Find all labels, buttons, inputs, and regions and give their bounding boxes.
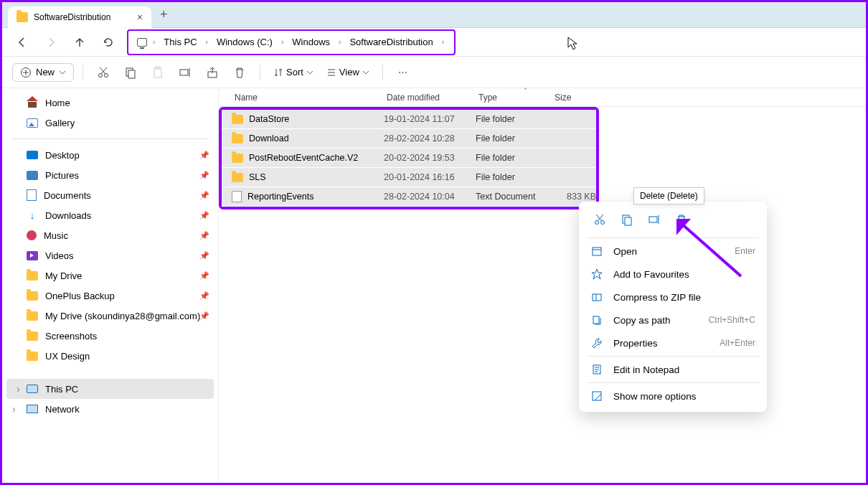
file-row[interactable]: PostRebootEventCache.V220-02-2024 19:53F…: [222, 149, 596, 168]
file-row[interactable]: Download28-02-2024 10:28File folder: [222, 129, 596, 149]
sidebar-item-mydrive-account[interactable]: My Drive (skoundinya28@gmail.com)📌: [2, 306, 218, 326]
close-tab-icon[interactable]: ×: [137, 11, 143, 23]
file-selection-highlight: DataStore19-01-2024 11:07File folderDown…: [219, 107, 599, 209]
file-type: File folder: [476, 172, 552, 182]
forward-button[interactable]: [41, 32, 61, 52]
new-button[interactable]: New: [12, 63, 74, 82]
breadcrumb-item[interactable]: Windows (C:): [212, 35, 277, 49]
chevron-right-icon[interactable]: ›: [151, 38, 156, 46]
sidebar-item-music[interactable]: Music📌: [2, 225, 218, 245]
pc-icon: [27, 385, 38, 393]
share-button[interactable]: [201, 61, 224, 84]
folder-icon: [27, 352, 38, 361]
sidebar-item-documents[interactable]: Documents📌: [2, 185, 218, 205]
ctx-copy-path[interactable]: Copy as pathCtrl+Shift+C: [583, 309, 763, 331]
file-name: ReportingEvents: [247, 192, 313, 202]
sidebar-item-pictures[interactable]: Pictures📌: [2, 165, 218, 185]
svg-rect-18: [593, 392, 601, 400]
paste-button[interactable]: [146, 61, 169, 84]
svg-rect-16: [593, 316, 599, 324]
svg-point-1: [99, 73, 103, 77]
ctx-show-more[interactable]: Show more options: [583, 385, 763, 408]
svg-point-10: [601, 221, 605, 225]
folder-icon: [16, 12, 28, 22]
cut-button[interactable]: [92, 61, 115, 84]
sidebar-item-network[interactable]: Network: [2, 399, 218, 419]
sort-icon: [273, 67, 283, 77]
sidebar-item-oneplus[interactable]: OnePlus Backup📌: [2, 286, 218, 306]
ctx-copy-button[interactable]: [615, 209, 639, 230]
music-icon: [27, 230, 37, 240]
ctx-open[interactable]: OpenEnter: [583, 240, 763, 263]
ctx-edit-notepad[interactable]: Edit in Notepad: [583, 358, 763, 381]
chevron-right-icon[interactable]: ›: [204, 38, 209, 46]
rename-button[interactable]: [174, 61, 197, 84]
svg-rect-5: [154, 68, 161, 77]
breadcrumb-item[interactable]: SoftwareDistribution: [345, 35, 437, 49]
folder-icon: [232, 173, 243, 182]
svg-rect-14: [593, 248, 601, 255]
svg-rect-7: [180, 70, 188, 75]
file-row[interactable]: ReportingEvents28-02-2024 10:04Text Docu…: [222, 187, 596, 207]
pc-icon: [137, 38, 147, 47]
new-tab-button[interactable]: +: [160, 7, 168, 22]
up-button[interactable]: [70, 32, 90, 52]
column-header-name[interactable]: Name: [225, 93, 387, 103]
pin-icon: 📌: [199, 191, 209, 200]
view-button[interactable]: View: [322, 64, 374, 80]
sort-button[interactable]: Sort: [269, 64, 318, 80]
sidebar-item-thispc[interactable]: This PC: [6, 379, 214, 399]
breadcrumb-item[interactable]: Windows: [288, 35, 334, 49]
ctx-compress-zip[interactable]: Compress to ZIP file: [583, 286, 763, 309]
current-tab[interactable]: SoftwareDistribution ×: [8, 6, 151, 28]
breadcrumb-item[interactable]: This PC: [159, 35, 201, 49]
file-type: File folder: [476, 153, 552, 163]
sidebar-item-home[interactable]: Home: [2, 93, 218, 113]
ctx-cut-button[interactable]: [588, 209, 612, 230]
sidebar-item-screenshots[interactable]: Screenshots: [2, 326, 218, 346]
chevron-right-icon[interactable]: ›: [280, 38, 285, 46]
chevron-down-icon: [59, 69, 66, 76]
chevron-right-icon[interactable]: ›: [440, 38, 445, 46]
column-header-size[interactable]: Size: [555, 93, 605, 103]
sidebar-item-uxdesign[interactable]: UX Design: [2, 346, 218, 366]
sidebar-item-downloads[interactable]: ↓Downloads📌: [2, 205, 218, 225]
plus-circle-icon: [20, 67, 32, 78]
svg-rect-4: [128, 70, 135, 78]
file-name: PostRebootEventCache.V2: [249, 153, 358, 163]
chevron-down-icon: [362, 69, 369, 76]
network-icon: [27, 405, 38, 413]
column-header-date[interactable]: Date modified: [387, 93, 478, 103]
back-button[interactable]: [12, 32, 32, 52]
address-bar[interactable]: › This PC › Windows (C:) › Windows › Sof…: [131, 32, 451, 53]
file-row[interactable]: SLS20-01-2024 16:16File folder: [222, 168, 596, 187]
delete-tooltip: Delete (Delete): [633, 187, 704, 204]
svg-point-2: [105, 73, 108, 77]
star-icon: [590, 268, 603, 281]
folder-icon: [232, 154, 243, 163]
sidebar-item-gallery[interactable]: Gallery: [2, 113, 218, 133]
svg-point-9: [595, 221, 599, 225]
column-header-type[interactable]: Type: [478, 93, 555, 103]
refresh-button[interactable]: [98, 32, 118, 52]
chevron-right-icon[interactable]: ›: [337, 38, 342, 46]
gallery-icon: [27, 118, 38, 128]
folder-icon: [27, 271, 38, 281]
sidebar-item-desktop[interactable]: Desktop📌: [2, 145, 218, 165]
delete-button[interactable]: [228, 61, 251, 84]
videos-icon: [27, 251, 38, 260]
sort-indicator-icon: ˄: [524, 87, 527, 95]
ctx-add-favourites[interactable]: Add to Favourites: [583, 263, 763, 286]
more-button[interactable]: ⋯: [392, 61, 415, 84]
command-bar: New Sort View ⋯: [2, 57, 866, 88]
pin-icon: 📌: [199, 291, 209, 301]
ctx-rename-button[interactable]: [642, 209, 666, 230]
file-date: 28-02-2024 10:04: [384, 192, 476, 202]
copy-button[interactable]: [119, 61, 142, 84]
sidebar-item-videos[interactable]: Videos📌: [2, 245, 218, 265]
sidebar-item-mydrive[interactable]: My Drive📌: [2, 265, 218, 286]
folder-icon: [232, 134, 243, 143]
ctx-properties[interactable]: PropertiesAlt+Enter: [583, 331, 763, 354]
file-row[interactable]: DataStore19-01-2024 11:07File folder: [222, 110, 596, 129]
ctx-delete-button[interactable]: [669, 209, 694, 230]
